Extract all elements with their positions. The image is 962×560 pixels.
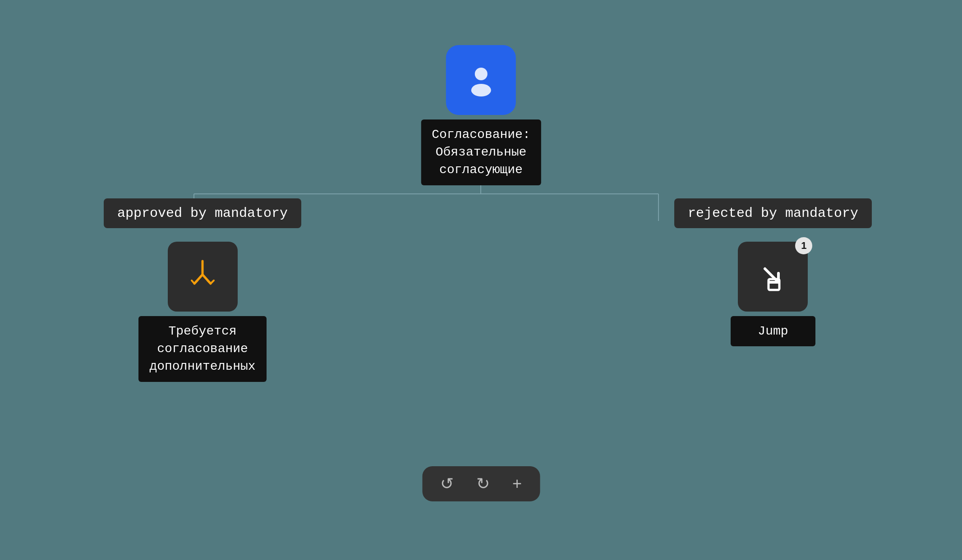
person-icon-box[interactable] [446,45,516,115]
right-branch: rejected by mandatory 1 Jump [674,198,872,346]
svg-point-4 [475,68,488,80]
fork-icon-box[interactable] [168,242,238,312]
person-icon [463,62,499,98]
redo-button[interactable]: ↻ [476,474,490,493]
fork-icon [184,259,221,295]
jump-icon [755,259,791,295]
approved-edge-label: approved by mandatory [104,198,301,228]
left-branch: approved by mandatory Требуется согласов… [104,198,301,382]
rejected-edge-label: rejected by mandatory [674,198,872,228]
toolbar: ↺ ↻ + [422,466,540,501]
add-button[interactable]: + [512,474,522,493]
fork-node-label: Требуется согласование дополнительных [138,316,266,382]
jump-node-label: Jump [731,316,815,346]
badge: 1 [795,237,812,254]
top-node: Согласование: Обязательные согласующие [421,45,541,185]
jump-icon-box[interactable]: 1 [738,242,808,312]
undo-button[interactable]: ↺ [440,474,454,493]
top-node-label: Согласование: Обязательные согласующие [421,119,541,185]
svg-point-5 [471,84,491,96]
